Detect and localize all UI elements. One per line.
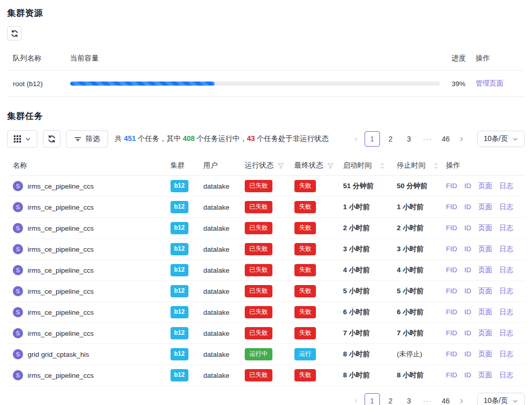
id-link[interactable]: ID <box>464 350 472 358</box>
id-link[interactable]: ID <box>464 308 472 316</box>
log-link[interactable]: 日志 <box>499 182 513 190</box>
log-link[interactable]: 日志 <box>499 371 513 379</box>
page-size-value: 10条/页 <box>484 134 508 144</box>
page-size-select[interactable]: 10条/页 <box>477 131 525 147</box>
table-row: Sirms_ce_pipeline_ccs b12 datalake 已失败 失… <box>7 323 525 344</box>
col-header-start-time: 启动时间 <box>341 156 395 176</box>
id-link[interactable]: ID <box>464 224 472 232</box>
page-link[interactable]: 页面 <box>478 224 492 232</box>
col-header-name: 名称 <box>7 156 168 176</box>
page-link[interactable]: 页面 <box>478 266 492 274</box>
page-button[interactable]: 46 <box>438 131 454 147</box>
id-link[interactable]: ID <box>464 182 472 190</box>
page-link[interactable]: 页面 <box>478 371 492 379</box>
fid-link[interactable]: FID <box>446 245 457 253</box>
refresh-resources-button[interactable] <box>7 26 22 40</box>
run-status-badge: 已失败 <box>245 306 272 318</box>
cluster-badge: b12 <box>171 201 188 213</box>
fid-link[interactable]: FID <box>446 308 457 316</box>
prev-page-button[interactable] <box>349 393 364 405</box>
sort-icon[interactable] <box>434 163 438 169</box>
capacity-cell <box>70 71 452 97</box>
user-cell: datalake <box>201 281 243 302</box>
fid-link[interactable]: FID <box>446 203 457 211</box>
task-name: irms_ce_pipeline_ccs <box>28 246 94 253</box>
prev-page-button[interactable] <box>349 131 364 147</box>
page-link[interactable]: 页面 <box>478 245 492 253</box>
id-link[interactable]: ID <box>464 287 472 295</box>
id-link[interactable]: ID <box>464 203 472 211</box>
start-time: 4 小时前 <box>341 260 395 281</box>
col-header-capacity: 当前容量 <box>70 47 452 71</box>
next-page-button[interactable] <box>455 393 469 405</box>
page-button[interactable]: 3 <box>401 393 417 405</box>
stop-time: (未停止) <box>395 344 444 365</box>
page-button[interactable]: 3 <box>401 131 417 147</box>
col-header-queue: 队列名称 <box>7 47 70 71</box>
avatar: S <box>13 223 23 233</box>
resource-row: root (b12) 39% 管理页面 <box>7 71 525 97</box>
id-link[interactable]: ID <box>464 245 472 253</box>
next-page-button[interactable] <box>455 131 469 147</box>
avatar: S <box>13 349 23 359</box>
log-link[interactable]: 日志 <box>499 308 513 316</box>
fid-link[interactable]: FID <box>446 371 457 379</box>
pagination-top: 1 2 3 ··· 46 10条/页 <box>349 131 525 147</box>
table-row: Sirms_ce_pipeline_ccs b12 datalake 已失败 失… <box>7 239 525 260</box>
start-time: 1 小时前 <box>341 197 395 218</box>
page-button[interactable]: 1 <box>365 131 380 147</box>
refresh-icon <box>11 30 18 37</box>
fid-link[interactable]: FID <box>446 350 457 358</box>
log-link[interactable]: 日志 <box>499 350 513 358</box>
filter-funnel-icon[interactable] <box>327 163 334 169</box>
run-status-badge: 已失败 <box>245 180 272 192</box>
chevron-down-icon <box>513 398 518 404</box>
fid-link[interactable]: FID <box>446 266 457 274</box>
columns-config-button[interactable] <box>7 130 37 148</box>
manage-page-link[interactable]: 管理页面 <box>476 79 503 87</box>
filter-button-label: 筛选 <box>86 134 100 144</box>
run-status-badge: 已失败 <box>245 369 272 381</box>
page-link[interactable]: 页面 <box>478 287 492 295</box>
log-link[interactable]: 日志 <box>499 224 513 232</box>
table-row: Sirms_ce_pipeline_ccs b12 datalake 已失败 失… <box>7 218 525 239</box>
progress-bar-track <box>70 82 440 86</box>
log-link[interactable]: 日志 <box>499 266 513 274</box>
id-link[interactable]: ID <box>464 329 472 337</box>
page-button[interactable]: 2 <box>383 393 398 405</box>
fid-link[interactable]: FID <box>446 287 457 295</box>
avatar: S <box>13 265 23 275</box>
page-button[interactable]: 2 <box>383 131 398 147</box>
id-link[interactable]: ID <box>464 371 472 379</box>
log-link[interactable]: 日志 <box>499 329 513 337</box>
task-name: grid grid_cptask_his <box>28 351 89 358</box>
page-link[interactable]: 页面 <box>478 182 492 190</box>
task-name: irms_ce_pipeline_ccs <box>28 183 94 190</box>
log-link[interactable]: 日志 <box>499 203 513 211</box>
log-link[interactable]: 日志 <box>499 287 513 295</box>
page-button[interactable]: ··· <box>420 393 435 405</box>
page-button[interactable]: 46 <box>438 393 454 405</box>
id-link[interactable]: ID <box>464 266 472 274</box>
refresh-tasks-button[interactable] <box>43 130 60 148</box>
stop-time: 4 小时前 <box>395 260 444 281</box>
page-link[interactable]: 页面 <box>478 203 492 211</box>
page-link[interactable]: 页面 <box>478 350 492 358</box>
cluster-badge: b12 <box>171 222 188 234</box>
page-button[interactable]: 1 <box>365 393 380 405</box>
page-link[interactable]: 页面 <box>478 308 492 316</box>
avatar: S <box>13 307 23 317</box>
final-status-badge: 失败 <box>294 201 316 213</box>
sort-icon[interactable] <box>380 163 385 169</box>
page-size-select[interactable]: 10条/页 <box>477 393 525 405</box>
filter-funnel-icon[interactable] <box>278 163 284 169</box>
page-button[interactable]: ··· <box>420 131 435 147</box>
page-size-value: 10条/页 <box>484 396 508 405</box>
page-link[interactable]: 页面 <box>478 329 492 337</box>
fid-link[interactable]: FID <box>446 329 457 337</box>
log-link[interactable]: 日志 <box>499 245 513 253</box>
fid-link[interactable]: FID <box>446 182 457 190</box>
stop-time: 3 小时前 <box>395 239 444 260</box>
fid-link[interactable]: FID <box>446 224 457 232</box>
filter-button[interactable]: 筛选 <box>66 130 108 148</box>
